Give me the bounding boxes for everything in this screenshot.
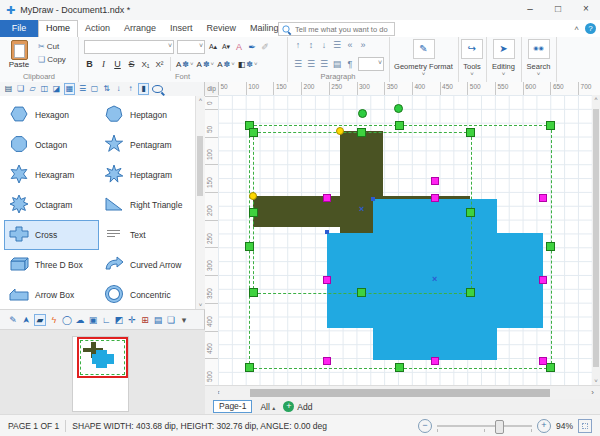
bullets-icon[interactable]: ☰ [332,40,342,50]
tab-home[interactable]: Home [38,20,78,37]
horizontal-scrollbar[interactable]: ‹ › [205,385,600,400]
cut-button[interactable]: ✂Cut [38,42,66,51]
zoom-slider[interactable] [437,425,532,427]
shape-item-curved-arrow[interactable]: Curved Arrow [99,250,194,280]
paste-button[interactable]: Paste [5,40,33,76]
vertical-scrollbar[interactable]: ˄ ˅ [592,95,600,385]
font-size-select[interactable] [177,40,205,54]
sort-icon[interactable]: ⇅ [102,84,111,94]
viewport-indicator[interactable] [77,337,128,378]
search-button[interactable]: ◉◉Search˅ [521,39,556,77]
page-tab[interactable]: Page-1 [213,400,252,413]
format-painter-icon[interactable]: ✐ [260,42,270,52]
draw-shape-icon[interactable]: ◩ [114,315,124,325]
point-handle[interactable] [325,230,329,234]
justify-icon[interactable]: ▤ [332,59,342,69]
eyedropper-icon[interactable]: ✒ [247,42,257,52]
shape-item-cross[interactable]: Cross [4,220,99,250]
font-style-subscript[interactable]: X₁ [140,60,151,69]
tab-insert[interactable]: Insert [163,20,200,37]
library-panel-icon[interactable]: ▮ [138,83,149,95]
thumbnails-view-icon[interactable]: ▦ [64,83,75,95]
shape-item-text[interactable]: Text [99,220,194,250]
resize-handle[interactable] [395,121,404,130]
resize-handle[interactable] [546,363,555,372]
page-filter-dropdown[interactable]: All ▴ [260,402,275,412]
shape-item-heptagram[interactable]: Heptagram [99,160,194,190]
shape-item-hexagram[interactable]: Hexagram [4,160,99,190]
font-style-italic[interactable]: I [98,59,109,69]
resize-handle[interactable] [357,288,366,297]
control-handle[interactable] [431,177,439,185]
resize-handle[interactable] [245,242,254,251]
tab-action[interactable]: Action [78,20,117,37]
point-handle[interactable] [371,197,375,201]
indent-decrease-icon[interactable]: « [345,40,355,50]
resize-handle[interactable] [466,128,475,137]
shape-item-concentric[interactable]: Concentric [99,280,194,309]
library-scroll-thumb[interactable] [197,136,203,196]
resize-handle[interactable] [395,363,404,372]
shape-item-three-d-box[interactable]: Three D Box [4,250,99,280]
control-handle[interactable] [431,194,439,202]
tab-file[interactable]: File [0,20,38,37]
import-icon[interactable]: ◫ [40,84,49,94]
clear-formatting-icon[interactable]: A [234,42,244,52]
control-handle[interactable] [431,357,439,365]
scroll-right-icon[interactable]: › [591,388,594,397]
font-family-select[interactable] [84,40,174,54]
help-icon[interactable]: ? [585,23,596,34]
font-color-button[interactable]: A✽˅ [176,60,194,69]
align-right-icon[interactable]: ☰ [319,59,329,69]
connector-icon[interactable]: ∟ [101,315,111,325]
resize-handle[interactable] [249,128,258,137]
maximize-button[interactable]: □ [544,0,572,20]
text-background-button[interactable]: A✽˅ [217,60,235,69]
control-handle[interactable] [323,194,331,202]
copy-button[interactable]: ❏Copy [38,55,66,64]
tab-arrange[interactable]: Arrange [117,20,163,37]
scroll-up-icon[interactable]: ˄ [592,96,600,102]
sort-ascending-icon[interactable]: ↓ [114,84,123,94]
crosshair-icon[interactable]: ✛ [127,315,137,325]
vertex-handle[interactable] [336,127,344,135]
zoom-in-button[interactable]: + [537,419,551,433]
icons-view-icon[interactable]: ▢ [90,84,99,94]
scroll-down-icon[interactable]: ˅ [196,302,205,308]
resize-handle[interactable] [357,128,366,137]
vertex-handle[interactable] [249,192,257,200]
more-icon[interactable]: ▾ [179,315,189,325]
resize-handle[interactable] [249,288,258,297]
shape-item-arrow-box[interactable]: Arrow Box [4,280,99,309]
callout-icon[interactable]: ☁ [75,315,85,325]
library-scrollbar[interactable]: ˄ ˅ [195,96,205,309]
tools-button[interactable]: ↪Tools˅ [458,39,486,77]
add-page-button[interactable]: + Add [283,401,312,412]
tell-me-input[interactable] [293,24,392,35]
highlight-color-button[interactable]: A✽˅ [197,60,215,69]
layers-icon[interactable]: ❏ [166,315,176,325]
control-handle[interactable] [539,357,547,365]
org-chart-icon[interactable]: ⊞ [140,315,150,325]
scroll-down-icon[interactable]: ˅ [592,378,600,384]
fit-page-button[interactable] [578,419,592,433]
grow-font-icon[interactable]: A▴ [208,42,218,52]
control-handle[interactable] [539,194,547,202]
zoom-icon[interactable] [152,85,163,93]
shape-style-icon[interactable]: ▰ [34,314,46,326]
control-handle[interactable] [323,357,331,365]
rotation-handle[interactable] [394,104,403,113]
geometry-format-button[interactable]: ✎Geometry Format˅ [389,39,458,77]
id-card-icon[interactable]: ▤ [153,315,163,325]
scroll-up-icon[interactable]: ˄ [196,97,205,103]
align-bottom-icon[interactable]: ↓ [319,40,329,50]
h-scroll-thumb[interactable] [250,389,550,397]
font-style-bold[interactable]: B [84,59,95,69]
editing-button[interactable]: ➤Editing˅ [486,39,521,77]
control-handle[interactable] [323,276,331,284]
resize-handle[interactable] [249,208,258,217]
sort-descending-icon[interactable]: ↑ [126,84,135,94]
shape-item-heptagon[interactable]: Heptagon [99,100,194,130]
new-document-icon[interactable]: ❏ [16,84,25,94]
shrink-font-icon[interactable]: A▾ [221,42,231,52]
